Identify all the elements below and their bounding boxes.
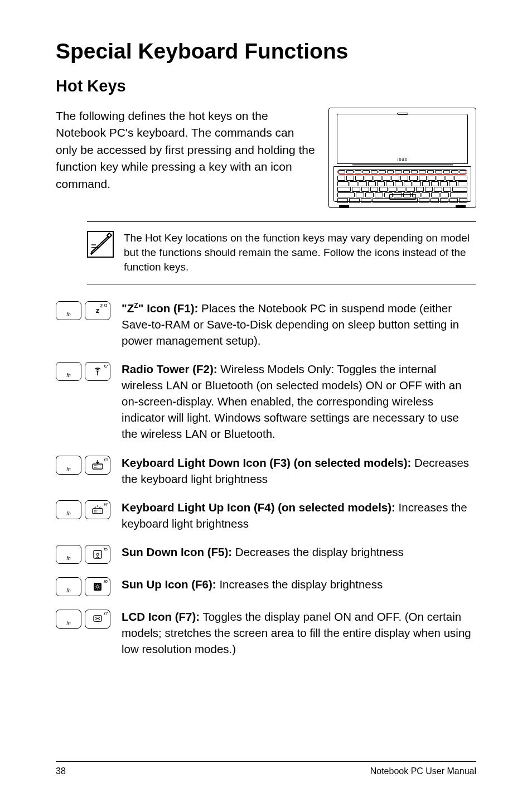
hotkey-item: fnf1zz"ZZ" Icon (F1): Places the Noteboo…	[56, 300, 476, 349]
hotkey-description: Sun Up Icon (F6): Increases the display …	[122, 576, 383, 592]
page-title: Special Keyboard Functions	[56, 39, 476, 64]
page-footer: 38 Notebook PC User Manual	[56, 761, 476, 776]
function-key-icon: f1zz	[85, 301, 110, 320]
function-key-icon: f7	[85, 610, 110, 629]
svg-line-27	[99, 584, 100, 585]
key-pair: fnf6	[56, 576, 116, 596]
hotkey-description: Keyboard Light Up Icon (F4) (on selected…	[122, 499, 476, 532]
hotkey-list: fnf1zz"ZZ" Icon (F1): Places the Noteboo…	[56, 300, 476, 658]
note-block: The Hot Key locations on the function ke…	[87, 221, 476, 284]
function-key-icon: f3	[85, 456, 110, 475]
hotkey-item: fnf4Keyboard Light Up Icon (F4) (on sele…	[56, 499, 476, 532]
function-key-icon: f6	[85, 577, 110, 596]
section-heading: Hot Keys	[56, 77, 476, 95]
function-key-icon: f5	[85, 545, 110, 564]
svg-line-25	[99, 588, 100, 588]
hotkey-description: LCD Icon (F7): Toggles the display panel…	[122, 608, 476, 657]
hotkey-description: "ZZ" Icon (F1): Places the Notebook PC i…	[122, 300, 476, 349]
svg-rect-8	[93, 509, 103, 514]
hotkey-item: fnf6Sun Up Icon (F6): Increases the disp…	[56, 576, 476, 596]
note-text: The Hot Key locations on the function ke…	[124, 231, 476, 275]
note-icon	[87, 231, 114, 258]
key-pair: fnf2	[56, 361, 116, 381]
svg-line-26	[96, 588, 96, 588]
svg-line-11	[95, 506, 96, 508]
hotkey-description: Keyboard Light Down Icon (F3) (on select…	[122, 455, 476, 487]
page-number: 38	[56, 766, 66, 776]
key-pair: fnf7	[56, 608, 116, 629]
fn-key-icon: fn	[56, 301, 81, 320]
fn-key-icon: fn	[56, 500, 81, 519]
key-pair: fnf5	[56, 544, 116, 564]
svg-line-24	[96, 584, 96, 585]
fn-key-icon: fn	[56, 577, 81, 596]
hotkey-item: fnf2Radio Tower (F2): Wireless Models On…	[56, 361, 476, 442]
key-pair: fnf3	[56, 455, 116, 475]
intro-paragraph: The following defines the hot keys on th…	[56, 108, 315, 208]
function-key-icon: f4	[85, 500, 110, 519]
hotkey-item: fnf5Sun Down Icon (F5): Decreases the di…	[56, 544, 476, 564]
hotkey-item: fnf7LCD Icon (F7): Toggles the display p…	[56, 608, 476, 657]
key-pair: fnf1zz	[56, 300, 116, 320]
svg-line-12	[99, 506, 100, 508]
fn-key-icon: fn	[56, 362, 81, 381]
laptop-illustration: /SUS	[328, 108, 476, 208]
key-pair: fnf4	[56, 499, 116, 519]
fn-key-icon: fn	[56, 545, 81, 564]
intro-row: The following defines the hot keys on th…	[56, 108, 476, 208]
hotkey-description: Radio Tower (F2): Wireless Models Only: …	[122, 361, 476, 442]
svg-point-17	[96, 553, 99, 555]
function-key-icon: f2	[85, 362, 110, 381]
footer-right: Notebook PC User Manual	[370, 766, 476, 776]
fn-key-icon: fn	[56, 456, 81, 475]
function-row-highlight	[337, 169, 467, 175]
fn-key-icon: fn	[56, 610, 81, 629]
hotkey-item: fnf3Keyboard Light Down Icon (F3) (on se…	[56, 455, 476, 487]
hotkey-description: Sun Down Icon (F5): Decreases the displa…	[122, 544, 404, 560]
svg-rect-5	[93, 464, 103, 469]
